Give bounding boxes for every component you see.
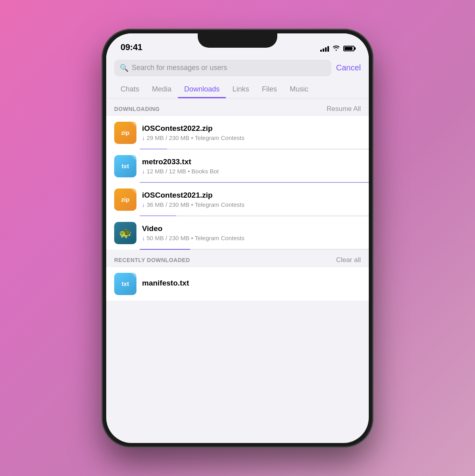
- download-icon: ↓: [142, 168, 145, 175]
- file-meta: ↓ 50 MB / 230 MB • Telegram Contests: [142, 235, 361, 241]
- search-input-container[interactable]: 🔍 Search for messages or users: [114, 60, 331, 76]
- search-icon: 🔍: [120, 64, 128, 72]
- recently-section-header: RECENTLY DOWNLOADED Clear all: [106, 250, 369, 267]
- progress-bar: [140, 249, 369, 250]
- file-name: iOSContest2021.zip: [142, 191, 361, 200]
- download-icon: ↓: [142, 134, 145, 141]
- file-icon-zip-orange: zip: [114, 122, 136, 144]
- search-bar-row: 🔍 Search for messages or users Cancel: [106, 56, 369, 81]
- download-icon: ↓: [142, 201, 145, 208]
- recently-title: RECENTLY DOWNLOADED: [114, 257, 190, 263]
- notch: [198, 33, 277, 48]
- phone-frame: 09:41: [102, 29, 373, 447]
- file-item-ioscontest2022[interactable]: zip iOSContest2022.zip ↓ 29 MB / 230 MB …: [106, 116, 369, 150]
- file-icon-txt-blue-manifesto: txt: [114, 273, 136, 295]
- file-icon-txt-blue: txt: [114, 155, 136, 177]
- file-name: metro2033.txt: [142, 157, 361, 166]
- tab-downloads[interactable]: Downloads: [178, 81, 226, 98]
- tab-files[interactable]: Files: [255, 81, 283, 98]
- phone-wrapper: 09:41: [102, 29, 373, 447]
- file-name: Video: [142, 224, 361, 233]
- file-name: iOSContest2022.zip: [142, 124, 361, 133]
- tab-media[interactable]: Media: [146, 81, 178, 98]
- cancel-button[interactable]: Cancel: [336, 63, 361, 72]
- file-item-metro2033[interactable]: txt metro2033.txt ↓ 12 MB / 12 MB • Book…: [106, 150, 369, 183]
- file-item-manifesto[interactable]: txt manifesto.txt: [106, 267, 369, 301]
- status-icons: [320, 45, 354, 52]
- progress-fill: [140, 249, 190, 250]
- tabs-row: Chats Media Downloads Links Files Music: [106, 81, 369, 99]
- tab-music[interactable]: Music: [283, 81, 315, 98]
- search-placeholder: Search for messages or users: [132, 64, 227, 72]
- file-meta: ↓ 29 MB / 230 MB • Telegram Contests: [142, 134, 361, 141]
- clear-all-button[interactable]: Clear all: [336, 256, 361, 264]
- file-name: manifesto.txt: [142, 279, 361, 288]
- file-thumb-video: 🐢: [114, 222, 136, 244]
- file-list: zip iOSContest2022.zip ↓ 29 MB / 230 MB …: [106, 116, 369, 250]
- signal-icon: [320, 45, 329, 52]
- tab-chats[interactable]: Chats: [114, 81, 146, 98]
- wifi-icon: [332, 45, 340, 52]
- resume-all-button[interactable]: Resume All: [327, 105, 361, 113]
- downloading-title: DOWNLOADING: [114, 106, 160, 112]
- battery-icon: [343, 46, 354, 51]
- file-item-ioscontest2021[interactable]: zip iOSContest2021.zip ↓ 36 MB / 230 MB …: [106, 183, 369, 216]
- file-meta: ↓ 12 MB / 12 MB • Books Bot: [142, 168, 361, 175]
- recently-file-list: txt manifesto.txt: [106, 267, 369, 301]
- status-time: 09:41: [121, 42, 142, 52]
- file-meta: ↓ 36 MB / 230 MB • Telegram Contests: [142, 201, 361, 208]
- download-icon: ↓: [142, 235, 145, 241]
- tab-links[interactable]: Links: [226, 81, 255, 98]
- downloading-section-header: DOWNLOADING Resume All: [106, 99, 369, 116]
- file-item-video[interactable]: 🐢 Video ↓ 50 MB / 230 MB • Telegram Cont…: [106, 216, 369, 250]
- phone-screen: 09:41: [106, 33, 369, 443]
- file-icon-zip-orange: zip: [114, 188, 136, 211]
